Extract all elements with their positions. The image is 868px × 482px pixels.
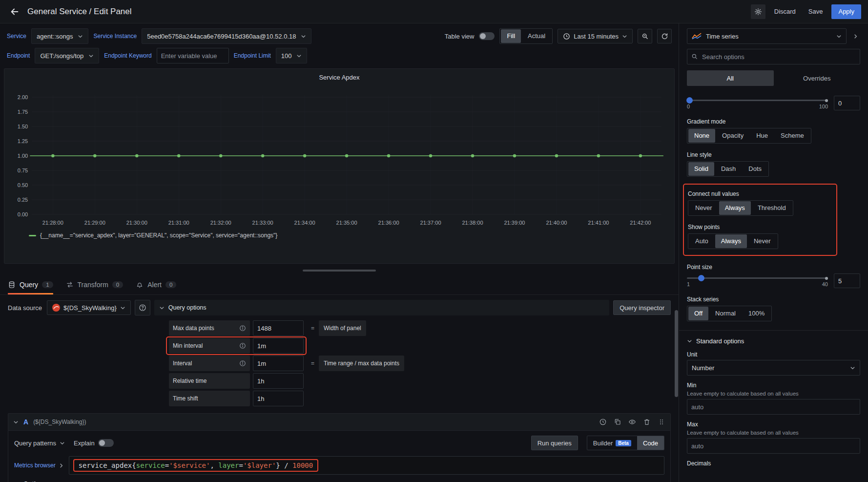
- slider-knob[interactable]: [686, 97, 693, 104]
- time-shift-input[interactable]: [253, 391, 304, 406]
- tab-query[interactable]: Query 1: [8, 274, 53, 294]
- variables-row-1: Service agent::songs Service Instance 5e…: [0, 23, 679, 46]
- time-range-picker[interactable]: Last 15 minutes: [558, 29, 633, 43]
- endpoint-keyword-input[interactable]: [157, 48, 229, 63]
- equals-sign: =: [310, 325, 316, 332]
- option-none[interactable]: None: [688, 129, 715, 143]
- option-hue[interactable]: Hue: [750, 129, 774, 143]
- option-never[interactable]: Never: [748, 234, 777, 248]
- min-interval-input[interactable]: [253, 338, 304, 354]
- chevron-right-icon: [853, 34, 858, 39]
- query-row-header[interactable]: A (${DS_SkyWalking}): [8, 413, 671, 431]
- chart-legend[interactable]: {__name__="service_apdex", layer="GENERA…: [9, 232, 669, 239]
- chevron-down-icon: [301, 34, 306, 39]
- chevron-down-icon: [13, 419, 19, 425]
- option-dash[interactable]: Dash: [715, 162, 742, 176]
- option-threshold[interactable]: Threshold: [752, 201, 792, 215]
- query-patterns-dropdown[interactable]: Query patterns: [14, 440, 65, 447]
- trash-icon[interactable]: [643, 418, 651, 426]
- history-icon[interactable]: [599, 418, 607, 426]
- min-input[interactable]: [687, 399, 860, 415]
- point-size-slider[interactable]: 1 40: [687, 273, 828, 288]
- fill-opacity-value-input[interactable]: [834, 96, 860, 110]
- service-instance-variable-select[interactable]: 5eed0e5758a244aca6e7699415d360aa@10.52.0…: [142, 28, 311, 44]
- pane-resize-handle[interactable]: [303, 270, 376, 272]
- collapse-pane-button[interactable]: [850, 28, 860, 44]
- option-normal[interactable]: Normal: [709, 307, 742, 320]
- chevron-down-icon: [850, 365, 855, 371]
- scrollbar-thumb[interactable]: [675, 310, 678, 397]
- endpoint-variable-select[interactable]: GET:/songs/top: [35, 48, 99, 63]
- service-variable-select[interactable]: agent::songs: [31, 28, 88, 44]
- option-fill[interactable]: Fill: [501, 29, 521, 43]
- option-always[interactable]: Always: [715, 234, 747, 248]
- option-always[interactable]: Always: [719, 201, 751, 215]
- run-queries-button[interactable]: Run queries: [531, 436, 578, 450]
- visualization-picker[interactable]: Time series: [687, 28, 847, 44]
- unit-select[interactable]: Number: [687, 360, 860, 376]
- zoom-out-button[interactable]: [638, 29, 652, 43]
- datasource-help-button[interactable]: [135, 300, 150, 315]
- standard-options-section[interactable]: Standard options: [687, 337, 860, 345]
- explain-toggle[interactable]: [98, 439, 114, 447]
- discard-button[interactable]: Discard: [770, 4, 800, 19]
- tab-transform-label: Transform: [78, 281, 108, 289]
- query-inspector-button[interactable]: Query inspector: [613, 300, 671, 315]
- max-data-points-row: Max data points = Width of panel: [169, 319, 671, 337]
- query-options-toggle[interactable]: Query options: [154, 300, 610, 315]
- max-input[interactable]: [687, 438, 860, 454]
- options-search[interactable]: [687, 49, 860, 64]
- panel-settings-button[interactable]: [751, 4, 765, 19]
- drag-handle-icon[interactable]: [658, 418, 665, 426]
- save-button[interactable]: Save: [805, 4, 827, 19]
- page-title: General Service / Edit Panel: [27, 7, 132, 17]
- options-search-input[interactable]: [702, 49, 856, 64]
- point-size-value-input[interactable]: [834, 273, 860, 288]
- tab-transform[interactable]: Transform 0: [66, 274, 124, 294]
- fill-opacity-slider[interactable]: 0 100: [687, 96, 828, 110]
- table-view-toggle[interactable]: [479, 32, 495, 40]
- interval-input[interactable]: [253, 356, 304, 371]
- max-data-points-input[interactable]: [253, 320, 304, 336]
- info-icon: [239, 360, 246, 367]
- option-scheme[interactable]: Scheme: [775, 129, 810, 143]
- tab-alert[interactable]: Alert 0: [136, 274, 176, 294]
- datasource-picker[interactable]: ${DS_SkyWalking}: [47, 300, 131, 315]
- legend-series-swatch: [29, 235, 36, 236]
- query-options-table: Max data points = Width of panel Min int…: [169, 319, 671, 407]
- option-100%[interactable]: 100%: [743, 307, 770, 320]
- svg-text:2.00: 2.00: [18, 94, 28, 100]
- eye-icon[interactable]: [628, 418, 636, 426]
- back-button[interactable]: [7, 4, 22, 20]
- slider-knob[interactable]: [698, 275, 704, 281]
- query-row-actions: [599, 418, 665, 426]
- svg-text:21:29:00: 21:29:00: [84, 220, 105, 226]
- promql-code-editor[interactable]: service_apdex{service='$service', layer=…: [69, 456, 664, 475]
- apdex-line-chart[interactable]: 21:28:0021:29:0021:30:0021:31:0021:32:00…: [9, 84, 669, 231]
- copy-icon[interactable]: [614, 418, 621, 426]
- line-style-group: SolidDashDots: [687, 161, 769, 177]
- variables-row-2: Endpoint GET:/songs/top Endpoint Keyword…: [0, 46, 679, 65]
- option-dots[interactable]: Dots: [743, 162, 767, 176]
- endpoint-limit-select[interactable]: 100: [276, 48, 308, 63]
- metrics-browser-button[interactable]: Metrics browser: [14, 462, 64, 469]
- option-auto[interactable]: Auto: [689, 234, 714, 248]
- option-opacity[interactable]: Opacity: [716, 129, 749, 143]
- code-mode-button[interactable]: Code: [637, 436, 664, 450]
- relative-time-input[interactable]: [253, 373, 304, 389]
- tab-all[interactable]: All: [687, 70, 774, 86]
- chevron-down-icon: [78, 34, 83, 39]
- option-never[interactable]: Never: [689, 201, 718, 215]
- svg-text:21:34:00: 21:34:00: [294, 220, 315, 226]
- option-actual[interactable]: Actual: [522, 29, 551, 43]
- tab-overrides[interactable]: Overrides: [774, 70, 861, 86]
- slider-endcap: [825, 277, 828, 280]
- option-solid[interactable]: Solid: [688, 162, 714, 176]
- option-off[interactable]: Off: [688, 307, 708, 320]
- refresh-button[interactable]: [657, 29, 672, 43]
- query-row-datasource: (${DS_SkyWalking}): [33, 419, 86, 425]
- min-interval-row: Min interval: [169, 337, 671, 355]
- explain-label: Explain: [74, 440, 95, 447]
- builder-mode-button[interactable]: Builder Beta: [587, 436, 637, 450]
- apply-button[interactable]: Apply: [831, 4, 861, 19]
